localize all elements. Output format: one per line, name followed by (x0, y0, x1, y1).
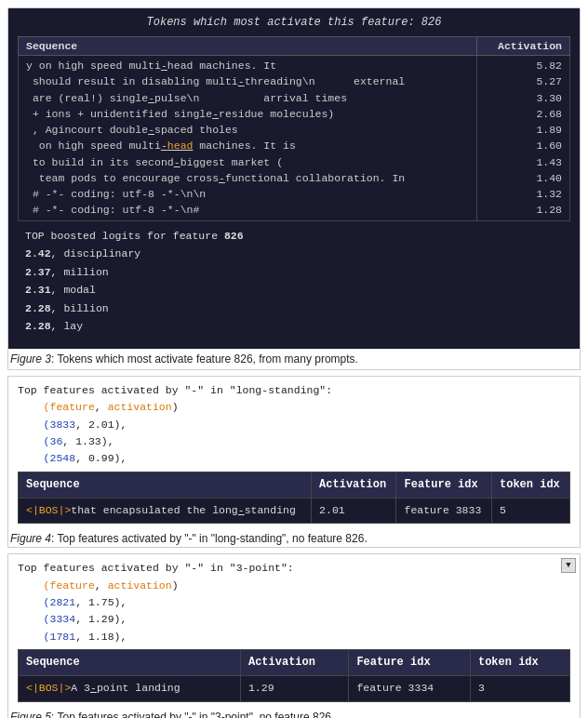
feat-idx-4-2: (36 (44, 435, 63, 447)
seq-header: Sequence (19, 37, 477, 56)
feat-val-5-1: 1.75 (88, 596, 114, 608)
fig4-act-cell: 2.01 (312, 498, 396, 523)
figure-4-table: Sequence Activation Feature idx token id… (18, 472, 570, 525)
fig4-tidx-header: token idx (491, 472, 569, 498)
fig4-tidx-cell: 5 (491, 498, 569, 523)
scroll-button[interactable]: ▼ (561, 558, 576, 573)
fig4-act-header: Activation (312, 472, 396, 498)
logit-val-1: 2.42 (25, 247, 51, 259)
logit-val-3: 2.31 (25, 284, 51, 296)
feat-idx-4-1: (3833 (44, 419, 76, 431)
figure-5-table: Sequence Activation Feature idx token id… (18, 649, 570, 702)
feat-idx-5-3: (1781 (44, 631, 76, 643)
fig5-seq-cell: <|BOS|>A 3-point landing (19, 676, 241, 701)
feature-label-4: (feature (44, 401, 95, 413)
feat-val-5-3: 1.18 (88, 631, 114, 643)
figure-3-box: Tokens which most activate this feature:… (7, 7, 581, 370)
figure-4-caption: Figure 4: Top features activated by "-" … (8, 529, 580, 547)
fig4-seq-header: Sequence (19, 472, 312, 498)
table-row: <|BOS|>that encapsulated the long-standi… (19, 498, 570, 523)
feat-idx-5-2: (3334 (44, 613, 76, 625)
logit-val-4: 2.28 (25, 302, 51, 314)
feat-val-4-2: 1.33 (75, 435, 101, 447)
feat-val-4-1: 2.01 (88, 419, 114, 431)
figure-4-box: Top features activated by "-" in "long-s… (7, 376, 581, 549)
figure-4-code: Top features activated by "-" in "long-s… (8, 377, 580, 530)
table-row: <|BOS|>A 3-point landing 1.29 feature 33… (19, 676, 570, 701)
feat-val-5-2: 1.29 (88, 613, 114, 625)
figure-3-table: Sequence Activation y on high speed mult… (18, 36, 570, 221)
figure-3-caption: Figure 3: Tokens which most activate fea… (8, 349, 580, 369)
act-cell: 5.825.273.302.681.891.601.431.401.321.28 (477, 56, 570, 221)
fig3-logits-section: TOP boosted logits for feature 826 2.42,… (18, 221, 570, 341)
feat-idx-4-3: (2548 (44, 452, 76, 464)
logits-header-text: TOP boosted logits for feature 826 (25, 230, 244, 242)
figure-3-title: Tokens which most activate this feature:… (18, 16, 570, 29)
fig4-fidx-header: Feature idx (396, 472, 492, 498)
feat-val-4-3: 0.99 (88, 452, 114, 464)
logit-val-2: 2.37 (25, 266, 51, 278)
seq-cell: y on high speed multi-head machines. It … (19, 56, 477, 221)
fig5-fidx-cell: feature 3334 (349, 676, 471, 701)
table-row: y on high speed multi-head machines. It … (19, 56, 570, 221)
act-header: Activation (477, 37, 570, 56)
fig5-tidx-cell: 3 (470, 676, 569, 701)
figure-3-content: Tokens which most activate this feature:… (8, 8, 580, 349)
figure-5-box: ▼ Top features activated by "-" in "3-po… (7, 553, 581, 718)
fig5-act-header: Activation (240, 650, 348, 676)
fig5-seq-header: Sequence (19, 650, 241, 676)
fig5-fidx-header: Feature idx (349, 650, 471, 676)
feature-label-5: (feature (44, 579, 95, 592)
fig5-tidx-header: token idx (470, 650, 569, 676)
fig4-fidx-cell: feature 3833 (396, 498, 492, 523)
feat-idx-5-1: (2821 (44, 596, 76, 608)
fig5-act-cell: 1.29 (240, 676, 348, 701)
logit-val-5: 2.28 (25, 320, 51, 332)
activation-label-5: activation (108, 579, 172, 592)
activation-label-4: activation (108, 401, 172, 413)
figure-5-code: ▼ Top features activated by "-" in "3-po… (8, 554, 580, 708)
fig4-seq-cell: <|BOS|>that encapsulated the long-standi… (19, 498, 312, 523)
figure-5-caption: Figure 5: Top features activated by "-" … (8, 708, 580, 718)
